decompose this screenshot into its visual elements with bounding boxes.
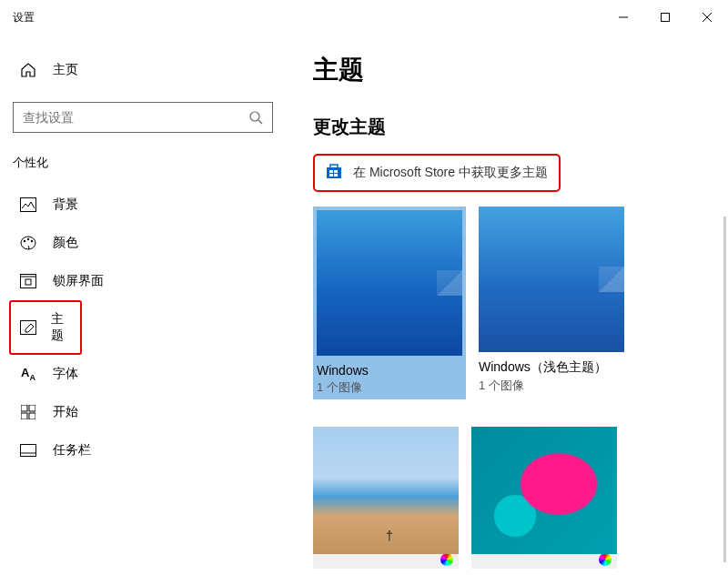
- theme-image-count: 1 个图像: [479, 378, 624, 394]
- store-link[interactable]: 在 Microsoft Store 中获取更多主题: [313, 154, 561, 192]
- sidebar-item-label: 锁屏界面: [53, 273, 104, 289]
- store-link-text: 在 Microsoft Store 中获取更多主题: [353, 165, 548, 181]
- picture-icon: [18, 197, 38, 212]
- theme-image-count: 1 个图像: [317, 379, 462, 396]
- home-label: 主页: [53, 62, 78, 78]
- theme-name: Windows（浅色主题）: [479, 359, 624, 376]
- sidebar-item-start[interactable]: 开始: [0, 393, 291, 431]
- svg-line-5: [258, 120, 262, 124]
- sidebar-item-label: 字体: [53, 366, 78, 382]
- search-box[interactable]: [13, 102, 273, 133]
- sidebar-item-fonts[interactable]: AA 字体: [0, 355, 291, 393]
- svg-rect-25: [334, 174, 338, 177]
- close-button[interactable]: [686, 3, 728, 32]
- sidebar-item-taskbar[interactable]: 任务栏: [0, 431, 291, 469]
- color-wheel-icon: [440, 553, 453, 566]
- window-title: 设置: [13, 10, 35, 25]
- svg-rect-19: [21, 445, 36, 457]
- minimize-icon: [619, 13, 628, 22]
- themes-grid: Windows 1 个图像 Windows（浅色主题） 1 个图像: [313, 207, 706, 569]
- sidebar-item-background[interactable]: 背景: [0, 186, 291, 224]
- svg-rect-12: [25, 279, 31, 285]
- search-input[interactable]: [23, 110, 248, 125]
- svg-rect-23: [334, 170, 338, 173]
- page-title: 主题: [313, 53, 706, 87]
- palette-icon: [18, 235, 38, 251]
- svg-rect-17: [21, 413, 27, 419]
- main-content: 主题 更改主题 在 Microsoft Store 中获取更多主题 Window…: [291, 35, 728, 575]
- themes-icon: [20, 320, 36, 335]
- theme-card-beach[interactable]: [313, 427, 459, 569]
- sidebar-item-themes[interactable]: 主题: [9, 300, 82, 355]
- svg-rect-15: [21, 405, 27, 411]
- svg-rect-16: [29, 405, 35, 411]
- theme-thumbnail: [471, 427, 617, 554]
- sidebar-item-label: 任务栏: [53, 442, 91, 459]
- svg-rect-1: [662, 14, 670, 22]
- maximize-icon: [661, 13, 670, 22]
- taskbar-icon: [18, 444, 38, 457]
- start-icon: [18, 405, 38, 419]
- theme-card-flower[interactable]: [471, 427, 617, 569]
- store-icon: [326, 163, 344, 183]
- sidebar-section-title: 个性化: [0, 151, 291, 186]
- section-subtitle: 更改主题: [313, 115, 706, 139]
- theme-thumbnail: [317, 210, 462, 356]
- svg-point-10: [31, 240, 33, 242]
- sidebar-item-label: 背景: [53, 197, 78, 213]
- sidebar-item-lockscreen[interactable]: 锁屏界面: [0, 262, 291, 300]
- minimize-button[interactable]: [602, 3, 644, 32]
- svg-rect-18: [29, 413, 35, 419]
- svg-point-9: [27, 238, 29, 240]
- svg-rect-6: [21, 198, 36, 212]
- window-titlebar: 设置: [0, 0, 728, 35]
- sidebar: 主页 个性化 背景 颜色 锁屏界面 主题 AA 字体 开始 任务栏: [0, 35, 291, 575]
- lockscreen-icon: [18, 274, 38, 288]
- svg-point-4: [250, 112, 259, 121]
- sidebar-item-label: 颜色: [53, 235, 78, 251]
- fonts-icon: AA: [18, 366, 38, 382]
- home-link[interactable]: 主页: [0, 55, 291, 86]
- scrollbar[interactable]: [723, 217, 726, 562]
- search-icon: [248, 110, 263, 125]
- svg-rect-24: [329, 174, 333, 177]
- theme-thumbnail: [479, 207, 624, 352]
- home-icon: [18, 62, 38, 78]
- sidebar-item-label: 开始: [53, 404, 78, 420]
- window-controls: [602, 3, 728, 32]
- svg-point-8: [24, 240, 25, 242]
- theme-card-windows[interactable]: Windows 1 个图像: [313, 207, 466, 399]
- theme-thumbnail: [313, 427, 459, 554]
- theme-card-windows-light[interactable]: Windows（浅色主题） 1 个图像: [479, 207, 624, 399]
- sidebar-item-colors[interactable]: 颜色: [0, 224, 291, 262]
- sidebar-item-label: 主题: [51, 311, 71, 344]
- color-wheel-icon: [599, 553, 612, 566]
- svg-rect-22: [329, 170, 333, 173]
- close-icon: [703, 13, 712, 22]
- theme-name: Windows: [317, 363, 462, 378]
- maximize-button[interactable]: [644, 3, 686, 32]
